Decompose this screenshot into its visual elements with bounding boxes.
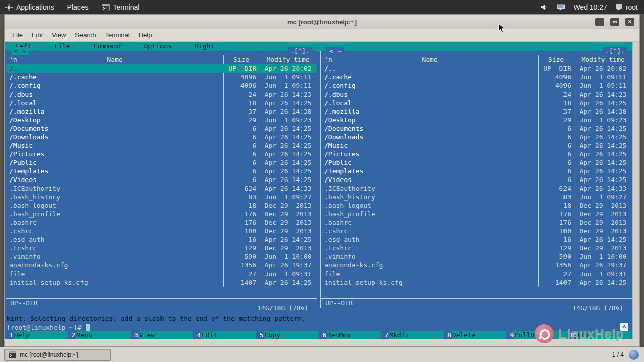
fkey-menu[interactable]: 2Menu (68, 331, 130, 339)
menu-file[interactable]: File (8, 31, 27, 39)
menu-search[interactable]: Search (70, 31, 100, 39)
file-size: 27 (538, 269, 574, 278)
file-row[interactable]: anaconda-ks.cfg1356Apr 26 19:37 (6, 261, 317, 269)
file-row[interactable]: /Desktop29Jun 1 09:23 (321, 116, 632, 124)
file-row[interactable]: .ICEauthority624Apr 26 14:33 (321, 184, 632, 193)
file-row[interactable]: /.mozilla37Apr 26 14:38 (321, 107, 632, 116)
file-row[interactable]: /Pictures6Apr 26 14:25 (6, 150, 317, 158)
file-row[interactable]: .viminfo590Jun 1 10:00 (321, 252, 632, 261)
panel-history-buttons[interactable]: .[^]. (288, 47, 312, 55)
file-row[interactable]: /Downloads6Apr 26 14:25 (321, 133, 632, 141)
file-row[interactable]: .ICEauthority624Apr 26 14:33 (6, 184, 317, 193)
file-row[interactable]: /Public6Apr 26 14:25 (6, 158, 317, 167)
disk-usage: 14G/18G (78%) (255, 304, 311, 312)
file-row[interactable]: .bash_logout18Dec 29 2013 (6, 201, 317, 210)
fkey-mkdir[interactable]: 7Mkdir (381, 331, 443, 339)
file-row[interactable]: initial-setup-ks.cfg1407Apr 26 14:25 (321, 278, 632, 287)
display-icon[interactable] (556, 3, 565, 11)
user-indicator[interactable]: root (615, 3, 638, 11)
volume-icon[interactable] (540, 3, 548, 11)
file-row[interactable]: .bash_history83Jun 1 09:27 (321, 193, 632, 201)
places-menu[interactable]: Places (67, 3, 89, 11)
file-row[interactable]: /Documents6Apr 26 14:25 (6, 124, 317, 133)
file-row[interactable]: .bashrc176Dec 29 2013 (6, 218, 317, 227)
mc-menu-options[interactable]: Options (144, 42, 172, 51)
file-row[interactable]: .bashrc176Dec 29 2013 (321, 218, 632, 227)
file-row[interactable]: /Templates6Apr 26 14:25 (6, 167, 317, 175)
file-row[interactable]: .bash_profile176Dec 29 2013 (321, 210, 632, 218)
menu-view[interactable]: View (47, 31, 70, 39)
file-row[interactable]: /Music6Apr 26 14:25 (321, 141, 632, 150)
file-row[interactable]: anaconda-ks.cfg1356Apr 26 19:37 (321, 261, 632, 269)
panel-history-buttons[interactable]: .[^]. (603, 47, 627, 55)
column-header-name[interactable]: 'n Name (6, 55, 223, 64)
file-row[interactable]: /.dbus24Apr 26 14:23 (6, 90, 317, 99)
file-row[interactable]: .cshrc100Dec 29 2013 (6, 227, 317, 235)
column-header-mtime[interactable]: Modify time (574, 55, 632, 64)
file-row[interactable]: /..UP--DIRApr 26 20:02 (321, 64, 632, 73)
close-button[interactable]: ✕ (625, 18, 634, 26)
maximize-button[interactable]: ▭ (610, 18, 619, 26)
file-row[interactable]: /Templates6Apr 26 14:25 (321, 167, 632, 175)
file-row[interactable]: /.cache4096Jun 1 09:11 (321, 73, 632, 81)
file-row[interactable]: .tcshrc129Dec 29 2013 (6, 244, 317, 252)
clock[interactable]: Wed 10:27 (573, 3, 607, 11)
mc-menu-file[interactable]: File (54, 42, 70, 51)
file-row[interactable]: /..UP--DIRApr 26 20:02 (6, 64, 317, 73)
file-row[interactable]: /.mozilla37Apr 26 14:38 (6, 107, 317, 116)
minimize-button[interactable]: — (595, 18, 604, 26)
panel-path[interactable]: < ~ (326, 47, 344, 55)
file-row[interactable]: /Videos6Apr 26 14:25 (321, 175, 632, 184)
workspace-globe-icon[interactable] (629, 350, 639, 360)
file-row[interactable]: /Music6Apr 26 14:25 (6, 141, 317, 150)
column-header-size[interactable]: Size (223, 55, 259, 64)
file-row[interactable]: .cshrc100Dec 29 2013 (321, 227, 632, 235)
file-row[interactable]: /Downloads6Apr 26 14:25 (6, 133, 317, 141)
column-header-mtime[interactable]: Modify time (259, 55, 317, 64)
file-row[interactable]: /.cache4096Jun 1 09:11 (6, 73, 317, 81)
window-title-bar[interactable]: mc [root@linuxhelp:~] — ▭ ✕ (5, 15, 639, 29)
file-row[interactable]: .esd_auth16Apr 26 14:25 (6, 235, 317, 244)
menu-edit[interactable]: Edit (27, 31, 47, 39)
file-row[interactable]: /.local18Apr 26 14:25 (6, 99, 317, 107)
taskbar-window-button[interactable]: mc [root@linuxhelp:~] (4, 349, 111, 361)
terminal-app-menu[interactable]: Terminal (102, 3, 140, 11)
file-row[interactable]: initial-setup-ks.cfg1407Apr 26 14:25 (6, 278, 317, 287)
file-row[interactable]: /.local18Apr 26 14:25 (321, 99, 632, 107)
file-row[interactable]: .bash_profile176Dec 29 2013 (6, 210, 317, 218)
fkey-renmov[interactable]: 6RenMov (318, 331, 381, 339)
fkey-copy[interactable]: 5Copy (256, 331, 318, 339)
fkey-edit[interactable]: 4Edit (193, 331, 256, 339)
mc-menu-command[interactable]: Command (94, 42, 121, 51)
column-header-size[interactable]: Size (538, 55, 574, 64)
panel-path[interactable]: < ~ (11, 47, 29, 55)
file-row[interactable]: /.config4096Jun 1 09:11 (321, 81, 632, 90)
file-mtime: Dec 29 2013 (574, 227, 632, 235)
file-row[interactable]: file27Jun 1 09:31 (321, 269, 632, 278)
terminal-scrollbar[interactable] (632, 42, 639, 339)
file-row[interactable]: /Videos6Apr 26 14:25 (6, 175, 317, 184)
file-row[interactable]: /Pictures6Apr 26 14:25 (321, 150, 632, 158)
menu-help[interactable]: Help (134, 31, 157, 39)
file-row[interactable]: /.dbus24Apr 26 14:23 (321, 90, 632, 99)
file-row[interactable]: file27Jun 1 09:31 (6, 269, 317, 278)
file-row[interactable]: .viminfo590Jun 1 10:00 (6, 252, 317, 261)
file-row[interactable]: .esd_auth16Apr 26 14:25 (321, 235, 632, 244)
applications-menu[interactable]: Applications (5, 3, 54, 11)
mc-menu-right[interactable]: Right (195, 42, 214, 51)
file-name: .bash_profile (6, 210, 223, 218)
menu-terminal[interactable]: Terminal (101, 31, 134, 39)
fkey-help[interactable]: 1Help (6, 331, 68, 339)
file-row[interactable]: /Public6Apr 26 14:25 (321, 158, 632, 167)
workspace-pager-label[interactable]: 1 / 4 (612, 351, 624, 358)
file-row[interactable]: .tcshrc129Dec 29 2013 (321, 244, 632, 252)
file-row[interactable]: /Desktop29Jun 1 09:23 (6, 116, 317, 124)
fkey-view[interactable]: 3View (131, 331, 193, 339)
file-row[interactable]: .bash_history83Jun 1 09:27 (6, 193, 317, 201)
file-row[interactable]: /Documents6Apr 26 14:25 (321, 124, 632, 133)
column-header-name[interactable]: 'n Name (321, 55, 538, 64)
file-row[interactable]: .bash_logout18Dec 29 2013 (321, 201, 632, 210)
file-row[interactable]: /.config4096Jun 1 09:11 (6, 81, 317, 90)
fkey-delete[interactable]: 8Delete (444, 331, 506, 339)
command-line[interactable]: [root@linuxhelp ~]# (7, 324, 90, 331)
